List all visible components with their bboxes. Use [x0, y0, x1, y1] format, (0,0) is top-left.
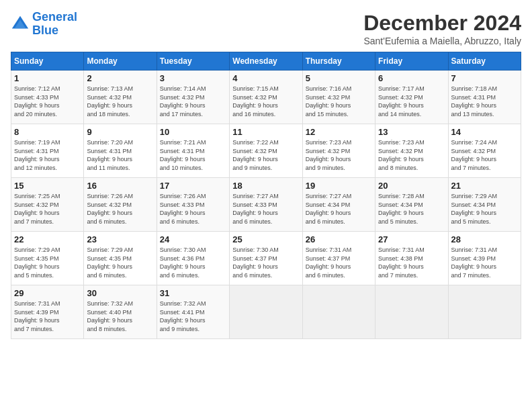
calendar-cell: 27Sunrise: 7:31 AMSunset: 4:38 PMDayligh…: [375, 232, 448, 285]
day-number: 29: [14, 288, 81, 298]
calendar-cell: 28Sunrise: 7:31 AMSunset: 4:39 PMDayligh…: [448, 232, 521, 285]
day-number: 26: [306, 234, 372, 244]
day-number: 2: [87, 73, 153, 83]
day-number: 1: [14, 73, 81, 83]
calendar-cell: 1Sunrise: 7:12 AMSunset: 4:33 PMDaylight…: [11, 71, 84, 124]
logo-text: General Blue: [32, 11, 77, 38]
day-info: Sunrise: 7:12 AMSunset: 4:33 PMDaylight:…: [14, 85, 81, 118]
day-info: Sunrise: 7:23 AMSunset: 4:32 PMDaylight:…: [306, 138, 372, 172]
day-header-friday: Friday: [375, 52, 448, 71]
day-number: 11: [232, 127, 299, 137]
calendar-cell: 18Sunrise: 7:27 AMSunset: 4:33 PMDayligh…: [230, 178, 302, 232]
calendar-cell: 5Sunrise: 7:16 AMSunset: 4:32 PMDaylight…: [302, 71, 375, 124]
calendar-cell: 26Sunrise: 7:31 AMSunset: 4:37 PMDayligh…: [302, 232, 375, 285]
day-number: 9: [87, 127, 153, 137]
day-number: 31: [160, 288, 226, 298]
day-header-sunday: Sunday: [11, 52, 84, 71]
day-number: 27: [378, 234, 445, 244]
day-number: 18: [232, 181, 299, 191]
day-number: 23: [87, 234, 153, 244]
day-info: Sunrise: 7:31 AMSunset: 4:39 PMDaylight:…: [14, 300, 81, 333]
day-info: Sunrise: 7:31 AMSunset: 4:37 PMDaylight:…: [306, 246, 372, 279]
logo-icon: [11, 15, 30, 34]
day-info: Sunrise: 7:29 AMSunset: 4:35 PMDaylight:…: [87, 246, 153, 279]
day-number: 25: [232, 234, 299, 244]
calendar-week-2: 8Sunrise: 7:19 AMSunset: 4:31 PMDaylight…: [11, 124, 521, 178]
logo: General Blue: [11, 11, 77, 38]
calendar-cell: [448, 285, 521, 339]
calendar-table: SundayMondayTuesdayWednesdayThursdayFrid…: [11, 52, 521, 339]
calendar-cell: 21Sunrise: 7:29 AMSunset: 4:34 PMDayligh…: [448, 178, 521, 232]
calendar-cell: 30Sunrise: 7:32 AMSunset: 4:40 PMDayligh…: [84, 285, 157, 339]
day-info: Sunrise: 7:19 AMSunset: 4:31 PMDaylight:…: [14, 138, 81, 172]
day-number: 7: [451, 73, 518, 83]
day-info: Sunrise: 7:16 AMSunset: 4:32 PMDaylight:…: [306, 85, 372, 118]
day-number: 15: [14, 181, 81, 191]
logo-line2: Blue: [32, 24, 58, 37]
day-info: Sunrise: 7:25 AMSunset: 4:32 PMDaylight:…: [14, 192, 81, 226]
day-info: Sunrise: 7:29 AMSunset: 4:35 PMDaylight:…: [14, 246, 81, 279]
calendar-cell: 23Sunrise: 7:29 AMSunset: 4:35 PMDayligh…: [84, 232, 157, 285]
day-info: Sunrise: 7:22 AMSunset: 4:32 PMDaylight:…: [232, 138, 299, 172]
calendar-cell: 31Sunrise: 7:32 AMSunset: 4:41 PMDayligh…: [157, 285, 229, 339]
day-info: Sunrise: 7:26 AMSunset: 4:33 PMDaylight:…: [160, 192, 226, 226]
day-info: Sunrise: 7:14 AMSunset: 4:32 PMDaylight:…: [160, 85, 226, 118]
day-info: Sunrise: 7:18 AMSunset: 4:31 PMDaylight:…: [451, 85, 518, 118]
day-info: Sunrise: 7:27 AMSunset: 4:34 PMDaylight:…: [306, 192, 372, 226]
day-number: 4: [232, 73, 299, 83]
day-number: 17: [160, 181, 226, 191]
calendar-cell: 29Sunrise: 7:31 AMSunset: 4:39 PMDayligh…: [11, 285, 84, 339]
day-header-tuesday: Tuesday: [157, 52, 229, 71]
calendar-cell: [230, 285, 302, 339]
day-info: Sunrise: 7:32 AMSunset: 4:40 PMDaylight:…: [87, 300, 153, 333]
calendar-cell: 10Sunrise: 7:21 AMSunset: 4:31 PMDayligh…: [157, 124, 229, 178]
calendar-cell: 9Sunrise: 7:20 AMSunset: 4:31 PMDaylight…: [84, 124, 157, 178]
logo-line1: General: [32, 10, 77, 24]
month-title: December 2024: [363, 11, 521, 36]
calendar-week-4: 22Sunrise: 7:29 AMSunset: 4:35 PMDayligh…: [11, 232, 521, 285]
day-info: Sunrise: 7:27 AMSunset: 4:33 PMDaylight:…: [232, 192, 299, 226]
day-info: Sunrise: 7:15 AMSunset: 4:32 PMDaylight:…: [232, 85, 299, 118]
day-number: 16: [87, 181, 153, 191]
calendar-cell: 14Sunrise: 7:24 AMSunset: 4:32 PMDayligh…: [448, 124, 521, 178]
calendar-cell: 15Sunrise: 7:25 AMSunset: 4:32 PMDayligh…: [11, 178, 84, 232]
day-info: Sunrise: 7:31 AMSunset: 4:38 PMDaylight:…: [378, 246, 445, 279]
day-number: 5: [306, 73, 372, 83]
day-number: 8: [14, 127, 81, 137]
day-number: 13: [378, 127, 445, 137]
calendar-week-5: 29Sunrise: 7:31 AMSunset: 4:39 PMDayligh…: [11, 285, 521, 339]
calendar-cell: 8Sunrise: 7:19 AMSunset: 4:31 PMDaylight…: [11, 124, 84, 178]
day-info: Sunrise: 7:13 AMSunset: 4:32 PMDaylight:…: [87, 85, 153, 118]
day-info: Sunrise: 7:17 AMSunset: 4:32 PMDaylight:…: [378, 85, 445, 118]
day-info: Sunrise: 7:30 AMSunset: 4:36 PMDaylight:…: [160, 246, 226, 279]
calendar-cell: 13Sunrise: 7:23 AMSunset: 4:32 PMDayligh…: [375, 124, 448, 178]
location-subtitle: Sant'Eufemia a Maiella, Abruzzo, Italy: [363, 36, 521, 46]
day-info: Sunrise: 7:30 AMSunset: 4:37 PMDaylight:…: [232, 246, 299, 279]
calendar-cell: 19Sunrise: 7:27 AMSunset: 4:34 PMDayligh…: [302, 178, 375, 232]
day-info: Sunrise: 7:28 AMSunset: 4:34 PMDaylight:…: [378, 192, 445, 226]
calendar-cell: 6Sunrise: 7:17 AMSunset: 4:32 PMDaylight…: [375, 71, 448, 124]
day-number: 22: [14, 234, 81, 244]
calendar-cell: 12Sunrise: 7:23 AMSunset: 4:32 PMDayligh…: [302, 124, 375, 178]
day-number: 30: [87, 288, 153, 298]
calendar-cell: [375, 285, 448, 339]
day-header-thursday: Thursday: [302, 52, 375, 71]
calendar-cell: [302, 285, 375, 339]
calendar-cell: 16Sunrise: 7:26 AMSunset: 4:32 PMDayligh…: [84, 178, 157, 232]
calendar-cell: 20Sunrise: 7:28 AMSunset: 4:34 PMDayligh…: [375, 178, 448, 232]
day-number: 21: [451, 181, 518, 191]
calendar-cell: 11Sunrise: 7:22 AMSunset: 4:32 PMDayligh…: [230, 124, 302, 178]
calendar-week-1: 1Sunrise: 7:12 AMSunset: 4:33 PMDaylight…: [11, 71, 521, 124]
day-number: 6: [378, 73, 445, 83]
day-header-monday: Monday: [84, 52, 157, 71]
day-header-saturday: Saturday: [448, 52, 521, 71]
calendar-week-3: 15Sunrise: 7:25 AMSunset: 4:32 PMDayligh…: [11, 178, 521, 232]
day-number: 10: [160, 127, 226, 137]
day-number: 28: [451, 234, 518, 244]
calendar-cell: 17Sunrise: 7:26 AMSunset: 4:33 PMDayligh…: [157, 178, 229, 232]
calendar-cell: 25Sunrise: 7:30 AMSunset: 4:37 PMDayligh…: [230, 232, 302, 285]
day-info: Sunrise: 7:24 AMSunset: 4:32 PMDaylight:…: [451, 138, 518, 172]
calendar-cell: 4Sunrise: 7:15 AMSunset: 4:32 PMDaylight…: [230, 71, 302, 124]
page-header: General Blue December 2024 Sant'Eufemia …: [11, 11, 521, 46]
day-number: 19: [306, 181, 372, 191]
